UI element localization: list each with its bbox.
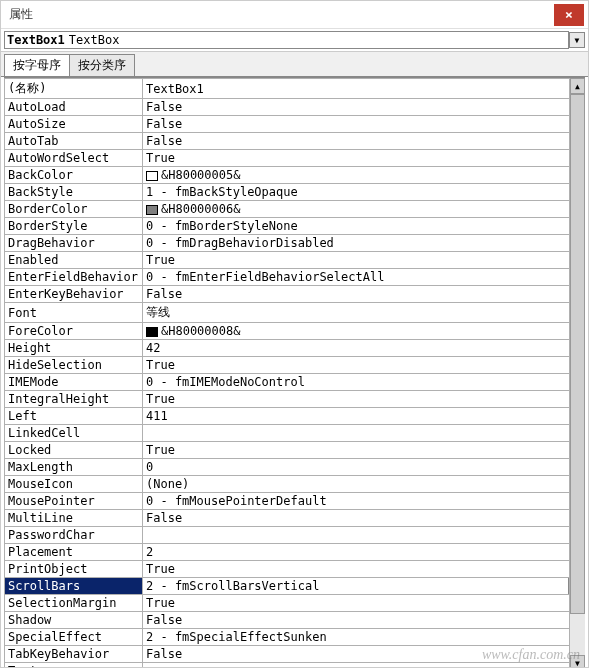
property-name[interactable]: SelectionMargin [5,595,143,612]
property-value[interactable]: 1 - fmBackStyleOpaque [143,184,585,201]
property-row[interactable]: MaxLength0 [5,459,585,476]
property-name[interactable]: MousePointer [5,493,143,510]
property-row[interactable]: BorderColor&H80000006& [5,201,585,218]
property-value[interactable]: 0 [143,459,585,476]
property-row[interactable]: DragBehavior0 - fmDragBehaviorDisabled [5,235,585,252]
property-value[interactable]: 0 - fmBorderStyleNone [143,218,585,235]
property-row[interactable]: ScrollBars2 - fmScrollBarsVertical▼ [5,578,585,595]
object-selector[interactable]: TextBox1 TextBox [4,31,569,49]
close-button[interactable]: × [554,4,584,26]
property-name[interactable]: IntegralHeight [5,391,143,408]
property-row[interactable]: AutoTabFalse [5,133,585,150]
property-row[interactable]: EnterKeyBehaviorFalse [5,286,585,303]
property-name[interactable]: MultiLine [5,510,143,527]
property-value[interactable]: False [143,286,585,303]
property-name[interactable]: AutoSize [5,116,143,133]
property-name[interactable]: AutoTab [5,133,143,150]
property-value[interactable]: 2 - fmSpecialEffectSunken [143,629,585,646]
property-row[interactable]: ShadowFalse [5,612,585,629]
property-value[interactable] [143,425,585,442]
property-name[interactable]: EnterKeyBehavior [5,286,143,303]
property-row[interactable]: SelectionMarginTrue [5,595,585,612]
property-name[interactable]: DragBehavior [5,235,143,252]
property-row[interactable]: EnterFieldBehavior0 - fmEnterFieldBehavi… [5,269,585,286]
property-value[interactable]: &H80000006& [143,201,585,218]
property-row[interactable]: MousePointer0 - fmMousePointerDefault [5,493,585,510]
property-row[interactable]: PasswordChar [5,527,585,544]
property-value[interactable]: True [143,150,585,167]
property-name[interactable]: ForeColor [5,323,143,340]
property-name[interactable]: BackColor [5,167,143,184]
property-row[interactable]: MouseIcon(None) [5,476,585,493]
property-name[interactable]: HideSelection [5,357,143,374]
property-name[interactable]: Shadow [5,612,143,629]
property-name[interactable]: MouseIcon [5,476,143,493]
property-value[interactable]: &H80000008& [143,323,585,340]
property-row[interactable]: HideSelectionTrue [5,357,585,374]
property-name[interactable]: ScrollBars [5,578,143,595]
property-row[interactable]: MultiLineFalse [5,510,585,527]
tab-alphabetic[interactable]: 按字母序 [4,54,70,76]
property-name[interactable]: PrintObject [5,561,143,578]
property-value[interactable]: 0 - fmIMEModeNoControl [143,374,585,391]
property-row[interactable]: (名称)TextBox1 [5,79,585,99]
property-row[interactable]: AutoSizeFalse [5,116,585,133]
property-value[interactable]: TextBox1 [143,79,585,99]
property-row[interactable]: PrintObjectTrue [5,561,585,578]
tab-categorized[interactable]: 按分类序 [69,54,135,76]
property-value[interactable]: 0 - fmMousePointerDefault [143,493,585,510]
scroll-down-icon[interactable]: ▼ [570,655,585,668]
property-name[interactable]: EnterFieldBehavior [5,269,143,286]
property-value[interactable]: False [143,646,585,663]
chevron-down-icon[interactable]: ▼ [569,32,585,48]
property-value[interactable]: 2 [143,544,585,561]
property-name[interactable]: IMEMode [5,374,143,391]
property-name[interactable]: AutoLoad [5,99,143,116]
scrollbar-thumb[interactable] [570,94,585,614]
property-row[interactable]: Left411 [5,408,585,425]
property-value[interactable]: True [143,391,585,408]
property-row[interactable]: ForeColor&H80000008& [5,323,585,340]
property-value[interactable]: False [143,612,585,629]
property-name[interactable]: MaxLength [5,459,143,476]
property-name[interactable]: Text [5,663,143,669]
property-row[interactable]: BackColor&H80000005& [5,167,585,184]
property-value[interactable] [143,663,585,669]
property-value[interactable]: 0 - fmDragBehaviorDisabled [143,235,585,252]
property-name[interactable]: BackStyle [5,184,143,201]
property-name[interactable]: Left [5,408,143,425]
property-name[interactable]: Enabled [5,252,143,269]
property-name[interactable]: Locked [5,442,143,459]
property-value[interactable]: False [143,99,585,116]
property-name[interactable]: TabKeyBehavior [5,646,143,663]
property-row[interactable]: Placement2 [5,544,585,561]
property-name[interactable]: Font [5,303,143,323]
property-value[interactable]: True [143,357,585,374]
scroll-up-icon[interactable]: ▲ [570,78,585,94]
property-row[interactable]: Height42 [5,340,585,357]
property-row[interactable]: LinkedCell [5,425,585,442]
property-name[interactable]: AutoWordSelect [5,150,143,167]
property-name[interactable]: PasswordChar [5,527,143,544]
property-value[interactable]: 42 [143,340,585,357]
property-row[interactable]: AutoWordSelectTrue [5,150,585,167]
property-value[interactable]: False [143,510,585,527]
property-value[interactable]: 411 [143,408,585,425]
property-value[interactable]: False [143,133,585,150]
property-row[interactable]: IntegralHeightTrue [5,391,585,408]
property-name[interactable]: LinkedCell [5,425,143,442]
property-value[interactable]: True [143,252,585,269]
vertical-scrollbar[interactable]: ▲ ▼ [569,78,585,668]
property-row[interactable]: BackStyle1 - fmBackStyleOpaque [5,184,585,201]
property-row[interactable]: IMEMode0 - fmIMEModeNoControl [5,374,585,391]
property-name[interactable]: SpecialEffect [5,629,143,646]
property-row[interactable]: Font等线 [5,303,585,323]
property-value[interactable]: &H80000005& [143,167,585,184]
property-value[interactable]: True [143,442,585,459]
property-value[interactable]: (None) [143,476,585,493]
property-row[interactable]: LockedTrue [5,442,585,459]
property-name[interactable]: BorderColor [5,201,143,218]
property-name[interactable]: Placement [5,544,143,561]
property-value[interactable]: True [143,595,585,612]
property-value[interactable]: 0 - fmEnterFieldBehaviorSelectAll [143,269,585,286]
